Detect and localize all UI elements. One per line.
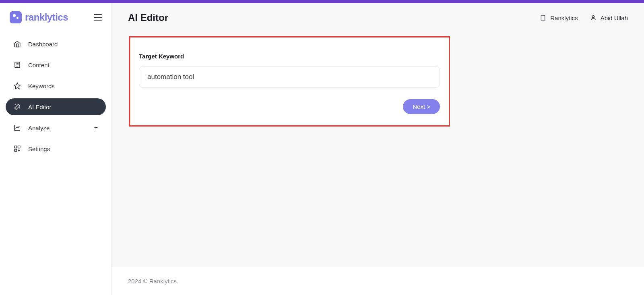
- top-accent-bar: [0, 0, 644, 3]
- sidebar-item-settings[interactable]: Settings: [6, 140, 106, 157]
- magic-wand-icon: [14, 103, 21, 110]
- sidebar: ranklytics Dashboard Content: [0, 3, 112, 295]
- workspace-switcher[interactable]: Ranklytics: [540, 15, 578, 21]
- sidebar-item-dashboard[interactable]: Dashboard: [6, 35, 106, 52]
- brand-name: ranklytics: [25, 12, 68, 23]
- sidebar-item-label: Analyze: [28, 125, 50, 131]
- home-icon: [14, 40, 21, 48]
- svg-rect-5: [14, 146, 17, 148]
- menu-toggle-icon[interactable]: [94, 14, 102, 21]
- keyword-card-highlight: Target Keyword Next >: [129, 36, 450, 127]
- svg-point-17: [592, 16, 594, 18]
- chart-icon: [14, 124, 21, 131]
- keyword-card: Target Keyword Next >: [128, 35, 451, 127]
- footer: 2024 © Ranklytics.: [112, 267, 644, 295]
- star-icon: [14, 82, 21, 89]
- sidebar-item-ai-editor[interactable]: AI Editor: [6, 98, 106, 115]
- user-menu[interactable]: Abid Ullah: [590, 15, 628, 21]
- keyword-input[interactable]: [139, 66, 440, 88]
- svg-marker-4: [14, 83, 21, 89]
- building-icon: [540, 15, 546, 21]
- page-title: AI Editor: [128, 12, 168, 23]
- sidebar-item-label: Settings: [28, 145, 50, 152]
- main-area: AI Editor Ranklytics Abid Ullah: [112, 3, 644, 295]
- sidebar-header: ranklytics: [0, 11, 111, 35]
- next-button[interactable]: Next >: [403, 99, 440, 114]
- document-icon: [14, 61, 21, 69]
- sidebar-item-label: Keywords: [28, 83, 55, 89]
- sidebar-item-content[interactable]: Content: [6, 56, 106, 73]
- user-icon: [590, 15, 597, 21]
- svg-rect-6: [18, 146, 20, 148]
- header-right: Ranklytics Abid Ullah: [540, 15, 628, 21]
- svg-rect-7: [14, 150, 17, 152]
- brand-logo[interactable]: ranklytics: [10, 11, 68, 23]
- workspace-name: Ranklytics: [550, 15, 578, 21]
- svg-rect-10: [541, 15, 545, 20]
- sidebar-nav: Dashboard Content Keywords AI Editor: [0, 35, 111, 161]
- logo-icon: [10, 11, 22, 23]
- user-name: Abid Ullah: [601, 15, 628, 21]
- sidebar-item-label: Content: [28, 62, 50, 69]
- keyword-label: Target Keyword: [139, 53, 440, 60]
- sidebar-item-label: Dashboard: [28, 41, 58, 48]
- apps-icon: [14, 145, 21, 152]
- expand-icon: +: [94, 124, 98, 131]
- sidebar-item-analyze[interactable]: Analyze +: [6, 119, 106, 136]
- page-header: AI Editor Ranklytics Abid Ullah: [112, 3, 644, 27]
- sidebar-item-label: AI Editor: [28, 104, 52, 110]
- button-row: Next >: [139, 99, 440, 114]
- footer-text: 2024 © Ranklytics.: [128, 278, 178, 285]
- sidebar-item-keywords[interactable]: Keywords: [6, 77, 106, 94]
- content-area: Target Keyword Next >: [112, 27, 644, 267]
- app-container: ranklytics Dashboard Content: [0, 3, 644, 295]
